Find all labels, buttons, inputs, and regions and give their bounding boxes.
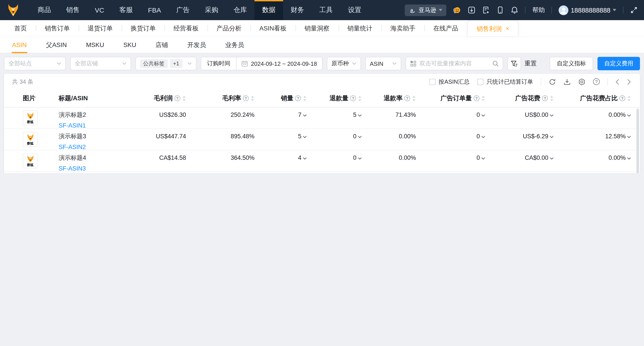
help-icon[interactable] (350, 95, 356, 101)
subtab-asin[interactable]: ASIN (12, 36, 26, 53)
custom-metrics-button[interactable]: 自定义指标 (550, 57, 593, 70)
expand-caret-icon[interactable] (550, 114, 554, 117)
col-header-ad-spend[interactable]: 广告花费 (485, 94, 554, 102)
expand-caret-icon[interactable] (627, 136, 631, 138)
asin-link[interactable]: SF-ASIN3 (58, 165, 86, 173)
search-icon[interactable] (492, 61, 499, 67)
batch-search-input[interactable]: 双击可批量搜索内容 (406, 57, 503, 70)
col-header-refund-rate[interactable]: 退款率 (362, 94, 416, 102)
date-type-button[interactable]: 订购时间 (201, 57, 236, 70)
nav-item-products[interactable]: 商品 (30, 0, 58, 20)
tab-online-products[interactable]: 在线产品 (424, 20, 467, 36)
subtab-sku[interactable]: SKU (124, 36, 136, 53)
tab-sales-insight[interactable]: 销量洞察 (296, 20, 338, 36)
help-icon[interactable] (295, 95, 301, 101)
subtab-parent-asin[interactable]: 父ASIN (46, 36, 67, 53)
brand-logo-fox-icon[interactable] (7, 4, 19, 16)
download-center-icon[interactable] (468, 6, 476, 14)
nav-item-tools[interactable]: 工具 (312, 0, 340, 20)
scroll-left-icon[interactable] (616, 79, 620, 85)
expand-caret-icon[interactable] (550, 157, 554, 160)
expand-caret-icon[interactable] (627, 157, 631, 160)
help-icon[interactable] (404, 95, 410, 101)
nav-item-finance[interactable]: 财务 (283, 0, 312, 20)
expand-caret-icon[interactable] (550, 136, 554, 138)
sort-icon[interactable] (412, 96, 416, 101)
help-icon[interactable] (174, 95, 180, 101)
tab-haimai-assistant[interactable]: 海卖助手 (381, 20, 424, 36)
tab-product-analysis[interactable]: 产品分析 (208, 20, 250, 36)
tag-chip-more[interactable]: +1 (170, 59, 182, 68)
asin-link[interactable]: SF-ASIN1 (58, 122, 86, 130)
help-icon[interactable] (474, 95, 480, 101)
site-select[interactable]: 全部站点 (4, 57, 66, 70)
help-link[interactable]: 帮助 (532, 6, 545, 14)
tag-chip[interactable]: 公共标签 (140, 59, 168, 68)
store-select[interactable]: 全部店铺 (70, 57, 131, 70)
sort-icon[interactable] (627, 96, 631, 101)
notifications-bell-icon[interactable] (511, 6, 518, 14)
tab-sales-orders[interactable]: 销售订单 (36, 20, 79, 36)
checkbox-asin-summary[interactable]: 按ASIN汇总 (429, 78, 470, 86)
subtab-developer[interactable]: 开发员 (187, 36, 206, 53)
asin-link[interactable]: SF-ASIN2 (58, 143, 86, 151)
date-range-picker[interactable]: 2024-09-12 ~ 2024-09-18 (236, 60, 322, 67)
sort-icon[interactable] (303, 96, 307, 101)
col-header-refunds[interactable]: 退款量 (307, 94, 362, 102)
subtab-msku[interactable]: MSKU (86, 36, 104, 53)
sort-icon[interactable] (481, 96, 485, 101)
tab-home[interactable]: 首页 (5, 20, 36, 36)
tab-sales-profit-active[interactable]: 销售利润 (467, 20, 518, 36)
export-download-icon[interactable] (564, 78, 571, 85)
tab-business-board[interactable]: 经营看板 (164, 20, 208, 36)
expand-caret-icon[interactable] (358, 157, 362, 160)
sort-icon[interactable] (550, 96, 554, 101)
col-header-sales[interactable]: 销量 (254, 94, 307, 102)
new-document-icon[interactable] (482, 6, 490, 14)
expand-caret-icon[interactable] (303, 157, 307, 160)
column-settings-icon[interactable] (578, 78, 586, 85)
checkbox[interactable] (429, 79, 435, 85)
tag-select[interactable]: 公共标签 +1 (136, 57, 196, 70)
nav-item-customer-service[interactable]: 客服 (112, 0, 140, 20)
marketplace-selector[interactable]: 亚马逊 (405, 4, 446, 16)
col-header-margin[interactable]: 毛利率 (186, 94, 254, 102)
nav-item-warehouse[interactable]: 仓库 (226, 0, 254, 20)
expand-caret-icon[interactable] (627, 114, 631, 117)
scrollbar-thumb[interactable] (636, 109, 639, 173)
sort-icon[interactable] (182, 96, 186, 101)
tab-sales-stats[interactable]: 销量统计 (338, 20, 381, 36)
nav-item-purchase[interactable]: 采购 (197, 0, 226, 20)
custom-fees-button[interactable]: 自定义费用 (598, 57, 640, 70)
close-tab-icon[interactable] (506, 26, 509, 31)
fullscreen-icon[interactable] (630, 6, 638, 14)
expand-caret-icon[interactable] (303, 136, 307, 138)
expand-caret-icon[interactable] (303, 114, 307, 117)
help-icon[interactable] (243, 95, 249, 101)
help-icon[interactable] (593, 78, 600, 85)
help-icon[interactable] (620, 95, 625, 101)
col-header-ad-spend-ratio[interactable]: 广告花费占比 (554, 94, 640, 102)
refresh-icon[interactable] (549, 78, 556, 85)
tab-return-orders[interactable]: 退货订单 (79, 20, 122, 36)
nav-item-sales[interactable]: 销售 (58, 0, 87, 20)
nav-item-vc[interactable]: VC (87, 0, 112, 20)
product-image[interactable]: 赛狐 (23, 111, 38, 125)
advanced-filter-button[interactable] (508, 57, 521, 70)
nav-item-fba[interactable]: FBA (140, 0, 168, 20)
sort-icon[interactable] (358, 96, 362, 101)
checkbox[interactable] (477, 79, 484, 85)
expand-caret-icon[interactable] (481, 114, 485, 117)
tab-asin-board[interactable]: ASIN看板 (250, 20, 296, 36)
col-header-ad-orders[interactable]: 广告订单量 (416, 94, 485, 102)
subtab-store[interactable]: 店铺 (156, 36, 168, 53)
checkbox-settled-only[interactable]: 只统计已结算订单 (477, 78, 533, 86)
scroll-right-icon[interactable] (627, 79, 631, 85)
subtab-salesperson[interactable]: 业务员 (225, 36, 244, 53)
nav-item-data[interactable]: 数据 (254, 0, 283, 20)
nav-item-ads[interactable]: 广告 (168, 0, 197, 20)
mobile-app-icon[interactable] (497, 6, 504, 14)
customer-service-icon[interactable] (453, 6, 461, 14)
expand-caret-icon[interactable] (481, 136, 485, 138)
product-image[interactable]: 赛狐 (23, 154, 38, 168)
